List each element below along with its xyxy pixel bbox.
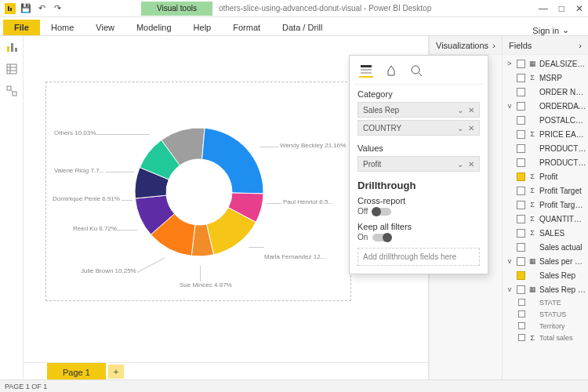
field-row[interactable]: STATE [504, 296, 586, 308]
field-row[interactable]: >▦DEALSIZE Hierar... [504, 56, 586, 71]
remove-icon[interactable]: ✕ [468, 106, 474, 114]
format-card[interactable]: Category Sales Rep⌄✕ COUNTRY⌄✕ Values Pr… [349, 55, 488, 274]
tab-view[interactable]: View [85, 20, 125, 35]
cross-report-toggle[interactable] [372, 208, 391, 216]
undo-icon[interactable]: ↶ [36, 3, 47, 13]
field-row[interactable]: ΣProfit [504, 169, 586, 183]
save-icon[interactable]: 💾 [20, 3, 31, 13]
field-row[interactable]: Sales Rep [504, 268, 586, 282]
format-tab-icon[interactable] [384, 64, 398, 78]
field-row[interactable]: Sales actual [504, 240, 586, 254]
field-checkbox[interactable] [517, 271, 525, 280]
expand-icon[interactable]: v [506, 257, 514, 265]
leader-line [266, 203, 281, 204]
field-row[interactable]: ΣSALES [504, 226, 586, 240]
field-row[interactable]: POSTALCODE [504, 113, 586, 127]
tab-home[interactable]: Home [40, 20, 85, 35]
field-checkbox[interactable] [518, 334, 525, 341]
field-row[interactable]: PRODUCTCODE [504, 141, 586, 155]
slice-label: Marla Fernandez 12... [264, 253, 325, 260]
fields-pane-header[interactable]: Fields › [503, 36, 588, 55]
field-row[interactable]: ΣTotal sales [504, 332, 586, 343]
field-checkbox[interactable] [517, 285, 525, 294]
field-row[interactable]: v▦Sales Rep perf. [504, 282, 586, 296]
page-tab-1[interactable]: Page 1 [47, 363, 106, 379]
sign-in-button[interactable]: Sign in⌄ [532, 25, 588, 35]
fields-list[interactable]: >▦DEALSIZE Hierar...ΣMSRPORDER NUMBERvOR… [503, 55, 588, 345]
field-row[interactable]: ΣMSRP [504, 71, 586, 85]
field-checkbox[interactable] [517, 172, 525, 181]
tab-help[interactable]: Help [183, 20, 223, 35]
svg-line-23 [419, 73, 422, 76]
chevron-down-icon[interactable]: ⌄ [457, 124, 463, 132]
field-checkbox[interactable] [518, 310, 525, 318]
maximize-icon[interactable]: □ [559, 3, 564, 14]
field-checkbox[interactable] [518, 322, 525, 329]
page-tabs: Page 1 + [24, 362, 428, 379]
field-row[interactable]: ORDER NUMBER [504, 85, 586, 99]
remove-icon[interactable]: ✕ [468, 160, 474, 169]
field-row[interactable]: vORDERDATE [504, 99, 586, 113]
field-checkbox[interactable] [517, 144, 525, 153]
quick-access-toolbar: 💾 ↶ ↷ [20, 3, 63, 13]
tab-format[interactable]: Format [222, 20, 271, 35]
field-row[interactable]: PRODUCTLINE [504, 155, 586, 169]
chevron-down-icon[interactable]: ⌄ [457, 106, 463, 114]
remove-icon[interactable]: ✕ [468, 124, 474, 132]
svg-line-12 [11, 90, 13, 92]
field-checkbox[interactable] [517, 88, 525, 96]
field-checkbox[interactable] [517, 130, 525, 139]
add-drillthrough-well[interactable]: Add drillthrough fields here [358, 248, 480, 266]
tab-file[interactable]: File [3, 20, 40, 35]
expand-icon[interactable]: v [506, 102, 514, 110]
field-checkbox[interactable] [517, 102, 525, 111]
expand-icon[interactable]: > [506, 60, 514, 67]
well-country[interactable]: COUNTRY⌄✕ [358, 120, 480, 136]
sigma-icon: Σ [528, 130, 536, 138]
field-checkbox[interactable] [517, 257, 525, 266]
field-row[interactable]: STATUS [504, 308, 586, 320]
analytics-tab-icon[interactable] [409, 64, 423, 78]
tab-data-drill[interactable]: Data / Drill [271, 20, 333, 35]
chevron-down-icon[interactable]: ⌄ [457, 160, 463, 169]
field-row[interactable]: ΣProfit Target [504, 183, 586, 198]
visual-frame[interactable]: Others 10.03% Valene Ricig 7.7... Domini… [45, 82, 351, 301]
data-view-icon[interactable] [5, 63, 18, 75]
minimize-icon[interactable]: — [539, 3, 548, 14]
field-checkbox[interactable] [517, 60, 525, 68]
field-checkbox[interactable] [517, 187, 525, 195]
tab-modeling[interactable]: Modeling [125, 20, 183, 35]
title-bar: 💾 ↶ ↷ Visual tools others-slice-using-ad… [0, 0, 588, 17]
leader-line [106, 172, 134, 172]
field-checkbox[interactable] [517, 229, 525, 238]
field-row[interactable]: Territory [504, 320, 586, 332]
field-name: Sales Rep perf. [539, 285, 586, 294]
field-checkbox[interactable] [517, 243, 525, 252]
field-checkbox[interactable] [517, 74, 525, 82]
add-page-button[interactable]: + [108, 365, 124, 379]
field-checkbox[interactable] [518, 299, 525, 306]
field-row[interactable]: ΣPRICE EACH [504, 127, 586, 141]
svg-rect-5 [15, 48, 17, 52]
redo-icon[interactable]: ↷ [52, 3, 63, 13]
slice-label: Reed Ku 8.72% [73, 225, 117, 232]
model-view-icon[interactable] [5, 85, 18, 97]
well-profit[interactable]: Profit⌄✕ [358, 156, 480, 172]
fields-tab-icon[interactable] [359, 64, 373, 78]
field-row[interactable]: ΣProfit Target % [504, 198, 586, 212]
slice-label: Sue Mincec 4.87% [180, 281, 232, 289]
well-sales-rep[interactable]: Sales Rep⌄✕ [358, 102, 480, 118]
field-checkbox[interactable] [517, 215, 525, 223]
field-row[interactable]: ΣQUANTITY ORDE... [504, 212, 586, 226]
report-view-icon[interactable] [5, 41, 18, 53]
donut-slice[interactable] [202, 128, 263, 194]
field-checkbox[interactable] [517, 158, 525, 167]
visualizations-pane-header[interactable]: Visualizations › [430, 36, 502, 55]
field-row[interactable]: v▦Sales per product [504, 254, 586, 268]
expand-icon[interactable]: v [506, 285, 514, 293]
close-icon[interactable]: ✕ [575, 3, 583, 14]
keep-filters-toggle[interactable] [372, 234, 391, 241]
field-checkbox[interactable] [517, 116, 525, 125]
field-checkbox[interactable] [517, 201, 525, 209]
field-name: POSTALCODE [539, 116, 586, 125]
